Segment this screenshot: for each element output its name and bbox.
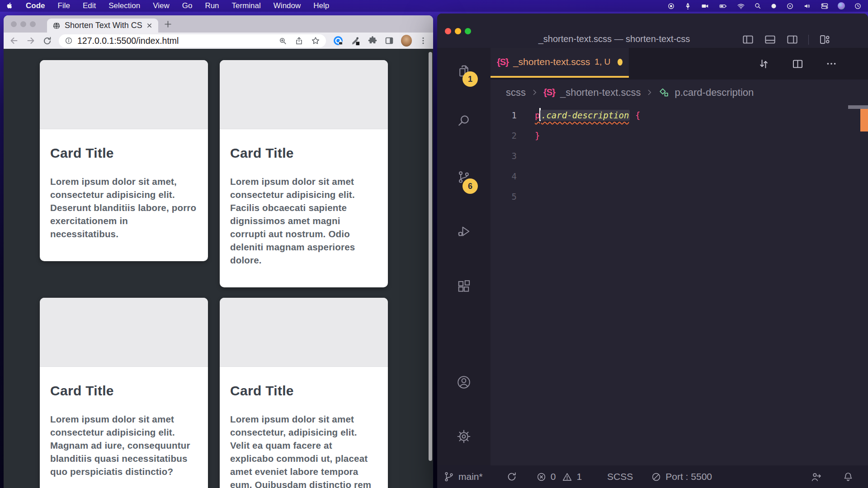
close-window-button[interactable] <box>445 28 451 34</box>
screen-mirroring-icon[interactable] <box>786 2 794 10</box>
search-icon[interactable] <box>437 114 491 127</box>
color-picker-extension-icon[interactable] <box>350 36 361 46</box>
extensions-icon[interactable] <box>437 280 491 293</box>
language-mode[interactable]: SCSS <box>607 471 633 482</box>
card-image-placeholder <box>220 298 388 367</box>
new-tab-button[interactable] <box>164 20 172 28</box>
open-changes-icon[interactable] <box>758 58 770 70</box>
menu-window[interactable]: Window <box>274 1 301 10</box>
editor-tab-active[interactable]: {S} _shorten-text.scss 1, U <box>491 48 629 78</box>
live-server-port[interactable]: Port : 5500 <box>651 471 712 482</box>
side-panel-icon[interactable] <box>384 36 394 46</box>
port-label: Port : 5500 <box>665 471 712 482</box>
language-label: SCSS <box>607 471 633 482</box>
activity-bar: 1 6 <box>437 48 491 465</box>
breadcrumb-file[interactable]: _shorten-text.scss <box>560 87 641 99</box>
branch-name: main* <box>458 471 483 482</box>
volume-icon[interactable] <box>803 2 811 10</box>
problems-status[interactable]: 0 1 <box>536 471 582 482</box>
accounts-icon[interactable] <box>437 375 491 389</box>
forward-button[interactable] <box>26 36 36 46</box>
toggle-panel-icon[interactable] <box>764 33 776 46</box>
customize-layout-icon[interactable] <box>819 33 831 46</box>
menu-help[interactable]: Help <box>313 1 329 10</box>
menu-selection[interactable]: Selection <box>108 1 140 10</box>
close-window-button[interactable] <box>11 21 17 27</box>
feedback-person-icon[interactable] <box>811 471 822 483</box>
reload-button[interactable] <box>42 36 52 46</box>
siri-icon[interactable] <box>838 2 845 10</box>
code-token-close-brace: } <box>535 131 540 141</box>
toggle-secondary-sidebar-icon[interactable] <box>786 33 798 46</box>
minimize-window-button[interactable] <box>455 28 461 34</box>
browser-menu-dots-icon[interactable] <box>419 36 428 45</box>
split-editor-icon[interactable] <box>792 58 804 70</box>
run-and-debug-icon[interactable] <box>437 225 491 238</box>
rocket-icon[interactable] <box>684 2 692 10</box>
card: Card Title Lorem ipsum dolor sit amet, c… <box>40 60 208 261</box>
code-editor[interactable]: 1 p.card-description { 2 } 3 4 5 <box>491 105 868 465</box>
close-tab-icon[interactable] <box>146 22 153 29</box>
zoom-window-button[interactable] <box>465 28 471 34</box>
line-number: 5 <box>491 187 517 207</box>
site-info-icon[interactable] <box>65 37 73 45</box>
apple-logo-icon[interactable] <box>6 2 13 10</box>
breadcrumb-folder[interactable]: scss <box>506 87 526 99</box>
spotlight-search-icon[interactable] <box>754 2 761 10</box>
minimize-window-button[interactable] <box>20 21 26 27</box>
share-icon[interactable] <box>295 37 303 45</box>
explorer-badge: 1 <box>462 71 478 87</box>
card-title: Card Title <box>50 383 198 399</box>
card: Card Title Lorem ipsum dolor sit amet co… <box>220 298 388 488</box>
breadcrumb-symbol[interactable]: p.card-description <box>675 87 754 99</box>
menu-app-name[interactable]: Code <box>26 1 45 10</box>
back-button[interactable] <box>9 36 19 46</box>
browser-scrollbar[interactable] <box>429 52 432 461</box>
battery-icon[interactable] <box>718 2 728 10</box>
clock-icon[interactable] <box>854 2 862 10</box>
macos-menu-bar: Code File Edit Selection View Go Run Ter… <box>0 0 868 12</box>
settings-gear-icon[interactable] <box>437 429 491 444</box>
zoom-page-icon[interactable] <box>278 37 287 45</box>
bookmark-star-icon[interactable] <box>311 36 320 45</box>
more-actions-icon[interactable] <box>826 58 837 70</box>
toggle-primary-sidebar-icon[interactable] <box>742 33 754 46</box>
card-title: Card Title <box>230 383 377 399</box>
card-description: Lorem ipsum dolor sit amet consectetur a… <box>230 175 377 267</box>
menu-file[interactable]: File <box>58 1 70 10</box>
notifications-bell-icon[interactable] <box>843 471 854 482</box>
menu-run[interactable]: Run <box>205 1 219 10</box>
git-branch-status[interactable]: main* <box>443 471 483 482</box>
status-bar: main* 0 1 SCSS Port : 5500 <box>437 465 868 488</box>
wifi-icon[interactable] <box>737 2 745 10</box>
sync-icon <box>506 471 517 482</box>
editor-scrollbar[interactable] <box>848 105 868 109</box>
slash-circle-icon <box>651 472 661 482</box>
menu-go[interactable]: Go <box>182 1 193 10</box>
unsaved-changes-dot[interactable] <box>618 59 623 66</box>
card-image-placeholder <box>40 298 208 367</box>
video-camera-icon[interactable] <box>701 2 709 10</box>
address-bar[interactable]: 127.0.0.1:5500/index.html <box>59 34 326 47</box>
status-dot-icon[interactable] <box>770 2 777 10</box>
vscode-window: _shorten-text.scss — shorten-text-css 1 … <box>437 14 868 488</box>
code-line: 5 <box>491 187 868 207</box>
profile-avatar[interactable] <box>401 35 412 47</box>
sync-changes-button[interactable] <box>506 471 517 482</box>
error-count: 0 <box>551 471 556 482</box>
browser-tab[interactable]: Shorten Text With CSS <box>47 19 158 33</box>
url-text[interactable]: 127.0.0.1:5500/index.html <box>77 36 179 46</box>
screen-record-icon[interactable] <box>667 2 675 10</box>
scss-file-icon: {S} <box>543 87 555 98</box>
card-description: Lorem ipsum dolor sit amet, consectetur … <box>50 175 198 240</box>
control-center-toggles-icon[interactable] <box>821 2 829 10</box>
chevron-right-icon <box>531 89 538 96</box>
globe-favicon <box>52 22 61 30</box>
menu-edit[interactable]: Edit <box>83 1 96 10</box>
card-title: Card Title <box>230 145 377 161</box>
menu-terminal[interactable]: Terminal <box>232 1 261 10</box>
password-manager-icon[interactable] <box>333 35 344 46</box>
extensions-puzzle-icon[interactable] <box>368 36 377 46</box>
menu-view[interactable]: View <box>153 1 170 10</box>
zoom-window-button[interactable] <box>30 21 36 27</box>
